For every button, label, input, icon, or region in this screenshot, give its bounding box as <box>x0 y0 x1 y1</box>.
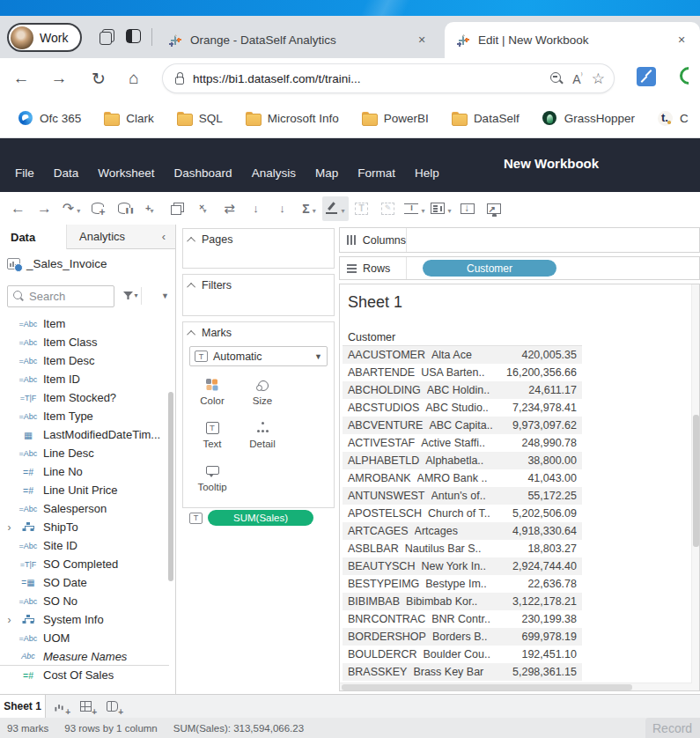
table-row[interactable]: ASBLBAR Nautilus Bar S.. 18,803.27 <box>343 540 582 557</box>
table-row[interactable]: AMROBANK AMRO Bank .. 41,043.00 <box>343 469 582 487</box>
table-row[interactable]: BEAUTYSCH New York In.. 2,924,744.40 <box>343 557 582 575</box>
field-row[interactable]: Item ID <box>0 370 169 388</box>
table-column-header[interactable]: Customer <box>343 328 582 346</box>
menu-item[interactable]: Map <box>306 163 348 183</box>
bookmark-item[interactable]: DataSelf <box>452 112 519 125</box>
table-row[interactable]: ALPHABETLD Alphabetla.. 38,800.00 <box>343 452 582 469</box>
lock-icon[interactable] <box>175 77 184 85</box>
tab-close-icon[interactable] <box>414 33 430 48</box>
url-text[interactable]: https://bi1.dataself.com/t/traini... <box>193 72 541 85</box>
field-row[interactable]: Measure Names <box>0 647 169 666</box>
customer-pill[interactable]: Customer <box>423 260 556 277</box>
mark-property-button[interactable]: Text <box>189 416 235 454</box>
menu-item[interactable]: Help <box>405 163 449 183</box>
toolbar-button[interactable] <box>349 196 375 221</box>
scrollbar-thumb[interactable] <box>693 415 699 547</box>
table-row[interactable]: APOSTELSCH Church of T.. 5,202,506.09 <box>343 505 582 522</box>
phone-extension-icon[interactable] <box>678 65 700 88</box>
mark-property-button[interactable]: Color <box>189 373 235 411</box>
menu-item[interactable]: Dashboard <box>165 163 242 183</box>
browser-tab-orange[interactable]: Orange - DataSelf Analytics <box>157 22 440 58</box>
record-overlay[interactable]: Record <box>645 718 700 738</box>
toolbar-button[interactable] <box>375 196 402 221</box>
table-row[interactable]: ACTIVESTAF Active Staffi.. 248,990.78 <box>343 434 582 452</box>
menu-item[interactable]: Format <box>348 163 405 183</box>
bookmark-item[interactable]: C <box>658 112 689 125</box>
expand-chevron-icon[interactable] <box>5 521 13 534</box>
collapse-chevron-icon[interactable] <box>187 236 195 245</box>
table-row[interactable]: ARTCAGES Artcages 4,918,330.64 <box>343 522 582 540</box>
bookmark-item[interactable]: GrassHopper <box>542 112 635 125</box>
field-row[interactable]: Line No <box>0 462 169 481</box>
field-row[interactable]: Item Class <box>0 333 169 351</box>
search-input[interactable] <box>29 290 108 303</box>
menu-item[interactable]: File <box>5 163 44 183</box>
table-row[interactable]: ABARTENDE USA Barten.. 16,200,356.66 <box>343 364 582 381</box>
field-list-scrollbar[interactable] <box>168 392 173 581</box>
zoom-out-icon[interactable] <box>549 71 564 85</box>
filters-card[interactable]: Filters <box>182 274 335 316</box>
address-bar[interactable]: https://bi1.dataself.com/t/traini... A⁾ … <box>163 64 614 92</box>
field-row[interactable]: Salesperson <box>0 499 169 518</box>
table-row[interactable]: BIBIMBAB Bibimbab Kor.. 3,122,178.21 <box>343 593 582 610</box>
tab-actions-icon[interactable] <box>126 29 141 43</box>
toolbar-button[interactable] <box>402 196 428 221</box>
field-row[interactable]: Cost Of Sales <box>0 666 169 684</box>
bookmark-item[interactable]: PowerBI <box>362 112 429 125</box>
toolbar-button[interactable] <box>5 196 32 221</box>
field-row[interactable]: SO No <box>0 592 169 610</box>
favorite-star-icon[interactable]: ☆ <box>592 70 605 88</box>
table-row[interactable]: BOULDERCR Boulder Cou.. 192,451.10 <box>343 646 582 663</box>
browser-extension-icon[interactable] <box>637 67 656 86</box>
mark-property-button[interactable]: Tooltip <box>189 459 235 498</box>
field-row[interactable]: ShipTo <box>0 518 169 536</box>
sum-sales-pill[interactable]: SUM(Sales) <box>208 510 313 526</box>
marks-card[interactable]: Marks Automatic ▼ Color Size Text <box>182 321 335 508</box>
home-icon[interactable]: ⌂ <box>122 66 146 91</box>
tab-close-icon[interactable] <box>674 33 689 48</box>
field-row[interactable]: Site ID <box>0 536 169 555</box>
toolbar-button[interactable] <box>58 196 85 221</box>
menu-item[interactable]: Analysis <box>242 163 306 183</box>
mark-property-button[interactable]: Size <box>239 373 285 411</box>
field-row[interactable]: LastModifiedDateTim... <box>0 425 169 444</box>
rows-shelf[interactable]: Rows Customer <box>339 256 700 280</box>
pane-menu-caret-icon[interactable]: ▼ <box>161 292 169 300</box>
field-row[interactable]: Item <box>0 314 169 333</box>
toolbar-button[interactable] <box>269 196 296 221</box>
menu-item[interactable]: Worksheet <box>88 163 164 183</box>
vertical-scrollbar[interactable] <box>691 284 699 690</box>
table-row[interactable]: ABCHOLDING ABC Holdin.. 24,611.17 <box>343 381 582 399</box>
new-worksheet-icon[interactable] <box>46 695 72 718</box>
filter-funnel-icon[interactable] <box>122 291 130 301</box>
new-story-icon[interactable] <box>99 695 125 718</box>
toolbar-button[interactable] <box>454 196 481 221</box>
columns-shelf[interactable]: Columns <box>339 227 700 253</box>
toolbar-button[interactable] <box>137 196 164 221</box>
table-row[interactable]: BESTYPEIMG Bestype Im.. 22,636.78 <box>343 575 582 593</box>
back-icon[interactable]: ← <box>9 66 33 91</box>
scrollbar-thumb[interactable] <box>342 684 632 690</box>
mark-property-button[interactable]: Detail <box>239 416 285 454</box>
field-search-box[interactable] <box>7 285 114 307</box>
toolbar-button[interactable] <box>111 196 137 221</box>
toolbar-button[interactable] <box>164 196 190 221</box>
toolbar-button[interactable] <box>85 196 111 221</box>
toolbar-button[interactable] <box>322 196 349 221</box>
toolbar-button[interactable] <box>32 196 58 221</box>
field-row[interactable]: Line Desc <box>0 444 169 462</box>
tab-data[interactable]: Data <box>0 225 67 249</box>
field-row[interactable]: Line Unit Price <box>0 481 169 499</box>
table-row[interactable]: BRASSKEY Brass Key Bar 5,298,361.15 <box>343 663 582 681</box>
table-row[interactable]: AACUSTOMER Alta Ace 420,005.35 <box>343 346 582 364</box>
expand-chevron-icon[interactable] <box>5 614 13 626</box>
field-row[interactable]: UOM <box>0 629 169 647</box>
bookmark-item[interactable]: Microsoft Info <box>246 112 339 125</box>
sheet-tab[interactable]: Sheet 1 <box>0 695 46 718</box>
workspaces-icon[interactable] <box>99 29 114 44</box>
mark-type-dropdown[interactable]: Automatic ▼ <box>189 346 328 366</box>
toolbar-button[interactable] <box>481 196 507 221</box>
table-row[interactable]: ABCSTUDIOS ABC Studio.. 7,234,978.41 <box>343 399 582 417</box>
toolbar-button[interactable] <box>428 196 454 221</box>
read-aloud-icon[interactable]: A⁾ <box>572 71 583 86</box>
